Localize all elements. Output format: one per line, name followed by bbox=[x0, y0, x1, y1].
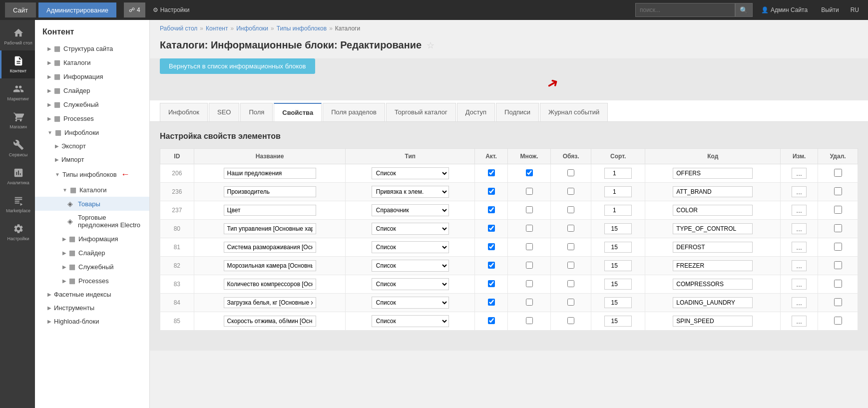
active-checkbox[interactable] bbox=[488, 317, 495, 324]
nav-item-trade-offers[interactable]: ◈ Торговые предложения Electro bbox=[35, 211, 149, 232]
sort-input[interactable] bbox=[604, 260, 632, 271]
name-input[interactable] bbox=[224, 242, 316, 253]
search-button[interactable]: 🔍 bbox=[735, 3, 753, 17]
code-input[interactable] bbox=[673, 205, 753, 216]
name-input[interactable] bbox=[224, 223, 316, 234]
code-input[interactable] bbox=[673, 223, 753, 234]
tab-infoblock[interactable]: Инфоблок bbox=[160, 103, 208, 121]
code-input[interactable] bbox=[673, 316, 753, 327]
nav-item-tools[interactable]: ▶ Инструменты bbox=[35, 301, 149, 315]
sort-input[interactable] bbox=[604, 279, 632, 290]
edit-button[interactable]: ... bbox=[792, 223, 807, 234]
required-checkbox[interactable] bbox=[567, 299, 574, 306]
nav-item-infoblock-types[interactable]: ▼ Типы инфоблоков ← bbox=[35, 166, 149, 183]
sidebar-item-settings[interactable]: Настройки bbox=[0, 218, 35, 246]
type-select[interactable]: Список bbox=[372, 241, 449, 253]
multiple-checkbox[interactable] bbox=[526, 243, 533, 250]
name-input[interactable] bbox=[224, 205, 316, 216]
tab-seo[interactable]: SEO bbox=[209, 103, 239, 121]
nav-item-service2[interactable]: ▶ ▦ Служебный bbox=[35, 260, 149, 274]
name-input[interactable] bbox=[224, 279, 316, 290]
active-checkbox[interactable] bbox=[488, 280, 495, 287]
multiple-checkbox[interactable] bbox=[526, 280, 533, 287]
required-checkbox[interactable] bbox=[567, 206, 574, 213]
nav-item-slider[interactable]: ▶ ▦ Слайдер bbox=[35, 83, 149, 97]
nav-item-export[interactable]: ▶ Экспорт bbox=[35, 139, 149, 153]
name-input[interactable] bbox=[224, 168, 316, 179]
type-select[interactable]: Список bbox=[372, 260, 449, 272]
required-checkbox[interactable] bbox=[567, 169, 574, 176]
delete-checkbox[interactable] bbox=[834, 224, 842, 232]
active-checkbox[interactable] bbox=[488, 188, 495, 195]
favorite-icon[interactable]: ☆ bbox=[427, 40, 434, 51]
code-input[interactable] bbox=[673, 297, 753, 308]
tab-event-log[interactable]: Журнал событий bbox=[540, 103, 608, 121]
multiple-checkbox[interactable] bbox=[526, 299, 533, 306]
name-input[interactable] bbox=[224, 316, 316, 327]
delete-checkbox[interactable] bbox=[834, 206, 842, 214]
delete-checkbox[interactable] bbox=[834, 298, 842, 306]
notifications-button[interactable]: ☍ 4 bbox=[124, 2, 145, 17]
sort-input[interactable] bbox=[604, 223, 632, 234]
name-input[interactable] bbox=[224, 260, 316, 271]
nav-item-catalogs[interactable]: ▶ ▦ Каталоги bbox=[35, 55, 149, 69]
multiple-checkbox[interactable] bbox=[526, 206, 533, 213]
nav-item-structure[interactable]: ▶ ▦ Структура сайта bbox=[35, 41, 149, 55]
multiple-checkbox[interactable] bbox=[526, 262, 533, 269]
nav-item-slider2[interactable]: ▶ ▦ Слайдер bbox=[35, 246, 149, 260]
required-checkbox[interactable] bbox=[567, 280, 574, 287]
edit-button[interactable]: ... bbox=[792, 297, 807, 308]
sidebar-item-shop[interactable]: Магазин bbox=[0, 106, 35, 134]
breadcrumb-infoblock-types[interactable]: Типы инфоблоков bbox=[277, 25, 327, 32]
edit-button[interactable]: ... bbox=[792, 168, 807, 179]
sort-input[interactable] bbox=[604, 186, 632, 197]
sidebar-item-services[interactable]: Сервисы bbox=[0, 134, 35, 162]
edit-button[interactable]: ... bbox=[792, 316, 807, 327]
tab-fields[interactable]: Поля bbox=[240, 103, 273, 121]
nav-item-infoblocks[interactable]: ▼ ▦ Инфоблоки bbox=[35, 125, 149, 139]
code-input[interactable] bbox=[673, 242, 753, 253]
tab-subscriptions[interactable]: Подписи bbox=[496, 103, 539, 121]
edit-button[interactable]: ... bbox=[792, 279, 807, 290]
sidebar-item-analytics[interactable]: Аналитика bbox=[0, 162, 35, 190]
code-input[interactable] bbox=[673, 168, 753, 179]
nav-item-processes2[interactable]: ▶ ▦ Processes bbox=[35, 274, 149, 288]
tab-trade-catalog[interactable]: Торговый каталог bbox=[386, 103, 456, 121]
code-input[interactable] bbox=[673, 260, 753, 271]
nav-item-service[interactable]: ▶ ▦ Служебный bbox=[35, 97, 149, 111]
type-select[interactable]: Список bbox=[372, 315, 449, 327]
required-checkbox[interactable] bbox=[567, 262, 574, 269]
delete-checkbox[interactable] bbox=[834, 243, 842, 251]
required-checkbox[interactable] bbox=[567, 188, 574, 195]
active-checkbox[interactable] bbox=[488, 169, 495, 176]
active-checkbox[interactable] bbox=[488, 262, 495, 269]
name-input[interactable] bbox=[224, 186, 316, 197]
settings-button[interactable]: ⚙ Настройки bbox=[148, 2, 195, 17]
language-selector[interactable]: RU bbox=[847, 6, 863, 13]
edit-button[interactable]: ... bbox=[792, 242, 807, 253]
type-select[interactable]: Список bbox=[372, 223, 449, 235]
sidebar-item-content[interactable]: Контент bbox=[0, 50, 35, 78]
delete-checkbox[interactable] bbox=[834, 280, 842, 288]
type-select[interactable]: Список bbox=[372, 167, 449, 179]
edit-button[interactable]: ... bbox=[792, 205, 807, 216]
active-checkbox[interactable] bbox=[488, 243, 495, 250]
tab-section-fields[interactable]: Поля разделов bbox=[323, 103, 385, 121]
type-select[interactable]: Список bbox=[372, 278, 449, 290]
nav-item-processes[interactable]: ▶ ▦ Processes bbox=[35, 111, 149, 125]
sort-input[interactable] bbox=[604, 316, 632, 327]
active-checkbox[interactable] bbox=[488, 206, 495, 213]
sort-input[interactable] bbox=[604, 168, 632, 179]
breadcrumb-desktop[interactable]: Рабочий стол bbox=[160, 25, 197, 32]
multiple-checkbox[interactable] bbox=[526, 317, 533, 324]
nav-item-import[interactable]: ▶ Импорт bbox=[35, 153, 149, 166]
sort-input[interactable] bbox=[604, 205, 632, 216]
sort-input[interactable] bbox=[604, 297, 632, 308]
multiple-checkbox[interactable] bbox=[526, 188, 533, 195]
delete-checkbox[interactable] bbox=[834, 317, 842, 325]
nav-item-catalog-type[interactable]: ▼ ▦ Каталоги bbox=[35, 183, 149, 197]
sidebar-item-marketplace[interactable]: Marketplace bbox=[0, 190, 35, 218]
delete-checkbox[interactable] bbox=[834, 187, 842, 195]
required-checkbox[interactable] bbox=[567, 243, 574, 250]
sidebar-item-marketing[interactable]: Маркетинг bbox=[0, 78, 35, 106]
